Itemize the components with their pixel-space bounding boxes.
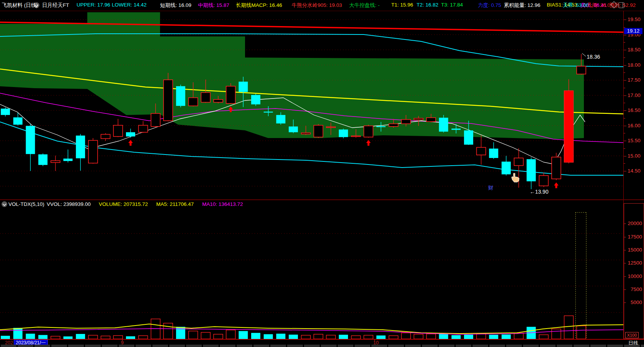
axis-minor-tick: [624, 148, 625, 149]
overview-segment[interactable]: [607, 345, 623, 347]
candle-body: [439, 118, 448, 132]
stock-title: 飞凯材料 (日线): [2, 2, 38, 9]
candle-body: [176, 86, 185, 106]
chevron-down-icon[interactable]: [2, 201, 7, 207]
overview-segment[interactable]: [253, 345, 269, 347]
price-tick-label: 15.50: [628, 138, 641, 143]
overview-segment[interactable]: [203, 345, 219, 347]
axis-minor-tick: [624, 88, 625, 88]
overview-segment[interactable]: [119, 345, 134, 347]
overview-segment[interactable]: [304, 345, 320, 347]
candle-body: [51, 161, 60, 163]
candle-body: [126, 132, 135, 136]
candle-body: [389, 124, 398, 127]
volume-bar: [163, 323, 173, 339]
candle-body: [301, 133, 311, 134]
ma5-value: MA5: 211706.47: [156, 201, 194, 207]
overview-segment[interactable]: [388, 345, 404, 347]
volume-bar: [401, 333, 410, 339]
long-line-value: 长期线MACP: 16.46: [236, 2, 282, 9]
overview-segment[interactable]: [523, 345, 539, 347]
volume-bar: [314, 334, 323, 339]
overview-segment[interactable]: [321, 345, 337, 347]
candle-body: [502, 162, 511, 174]
volume-bar: [502, 334, 511, 339]
candle-body: [88, 140, 98, 163]
overview-segment[interactable]: [540, 345, 556, 347]
overview-segment[interactable]: [1, 345, 16, 347]
projected-volume-dashed-box: [575, 212, 586, 339]
candle-body: [451, 128, 461, 130]
overview-segment[interactable]: [186, 345, 202, 347]
overview-segment[interactable]: [18, 345, 33, 347]
price-tick-label: 16.50: [628, 107, 641, 113]
volume-bar: [364, 335, 373, 339]
overview-segment[interactable]: [456, 345, 471, 347]
main-candlestick-chart[interactable]: 18.36←13.90财: [0, 11, 623, 199]
axis-tick: [624, 250, 626, 250]
low-price-annotation: ←13.90: [530, 189, 548, 195]
candle-body: [564, 91, 574, 162]
candle-body: [464, 130, 473, 145]
volume-bar: [76, 334, 85, 339]
volume-tick-label: 20000: [628, 220, 642, 226]
candle-body: [239, 82, 248, 92]
overview-segment[interactable]: [270, 345, 286, 347]
overview-segment[interactable]: [590, 345, 606, 347]
volume-tick-label: 10000: [628, 273, 642, 279]
volume-bar: [101, 336, 110, 339]
overview-segment[interactable]: [85, 345, 101, 347]
overview-segment[interactable]: [422, 345, 438, 347]
overview-segment[interactable]: [439, 345, 454, 347]
overview-segment[interactable]: [574, 345, 589, 347]
panel-layout-icon[interactable]: [618, 2, 624, 8]
overview-segment[interactable]: [220, 345, 235, 347]
axis-tick: [624, 276, 626, 277]
candle-body: [376, 126, 386, 127]
overview-segment[interactable]: [355, 345, 370, 347]
overview-segment[interactable]: [136, 345, 151, 347]
candle-body: [251, 95, 260, 104]
bull-bear-line-value: 牛熊分水岭905: 19.03: [292, 2, 342, 9]
overview-segment[interactable]: [641, 345, 644, 347]
volume-bar: [113, 335, 123, 339]
overview-segment[interactable]: [169, 345, 185, 347]
overview-segment[interactable]: [102, 345, 118, 347]
t3-value: T3: 17.84: [441, 2, 463, 8]
candle-body: [514, 158, 523, 166]
overview-segment[interactable]: [371, 345, 387, 347]
overview-segment[interactable]: [472, 345, 488, 347]
candle-body: [351, 136, 361, 136]
overview-segment[interactable]: [68, 345, 84, 347]
candle-body: [201, 92, 210, 102]
axis-tick: [624, 20, 626, 20]
overview-scrollbar[interactable]: [0, 345, 644, 347]
volume-bar: [1, 336, 10, 339]
overview-segment[interactable]: [287, 345, 303, 347]
overview-segment[interactable]: [405, 345, 421, 347]
volume-gridlines: [0, 234, 623, 312]
upper-value: UPPER: 17.96: [77, 2, 110, 8]
big-bull-line-value: 大牛控盘线: -: [349, 2, 380, 9]
volume-chart[interactable]: [0, 209, 623, 339]
overview-segment[interactable]: [557, 345, 572, 347]
candle-body: [552, 157, 561, 179]
overview-segment[interactable]: [237, 345, 252, 347]
volume-bar: [427, 334, 436, 339]
candle-body: [214, 100, 223, 102]
overview-segment[interactable]: [152, 345, 168, 347]
overview-segment[interactable]: [506, 345, 522, 347]
overview-segment[interactable]: [338, 345, 353, 347]
cai-marker-label: 财: [488, 185, 494, 191]
overview-segment[interactable]: [624, 345, 640, 347]
price-tick-label: 17.00: [628, 92, 641, 98]
price-tick-label: 14.50: [628, 168, 641, 174]
overview-segment[interactable]: [51, 345, 67, 347]
candle-body: [1, 109, 10, 115]
candle-body: [13, 117, 23, 125]
time-axis[interactable]: 202 2023/08/21/一 910 日线: [0, 339, 644, 345]
volume-bar: [289, 335, 298, 339]
overview-segment[interactable]: [489, 345, 505, 347]
vol-indicator-name: VOL-TDX(5,10): [8, 201, 44, 207]
overview-segment[interactable]: [34, 345, 50, 347]
